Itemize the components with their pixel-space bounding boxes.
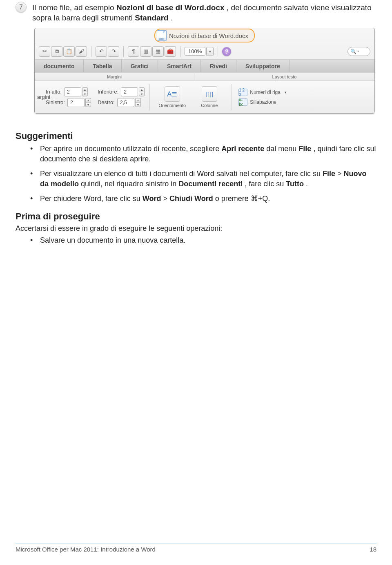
stepper[interactable]: ▲▼: [85, 98, 91, 107]
label: In alto:: [46, 89, 62, 95]
group-label-margini: Margini: [35, 73, 194, 80]
separator: [218, 46, 218, 57]
page-number: 18: [370, 546, 376, 553]
redo-icon[interactable]: ↷: [108, 46, 119, 57]
margin-top-input[interactable]: 2: [64, 87, 81, 96]
text: dal menu: [266, 145, 298, 153]
text: .: [306, 180, 308, 188]
stepper[interactable]: ▲▼: [135, 98, 141, 107]
orientation-icon: A≣: [165, 86, 180, 102]
margin-left-field: Sinistro: 2 ▲▼: [46, 98, 91, 107]
tab-rivedi[interactable]: Rivedi: [201, 60, 236, 72]
zoom-control[interactable]: 100% ▾: [185, 47, 214, 56]
margin-left-input[interactable]: 2: [67, 98, 85, 107]
document-icon: [157, 30, 167, 41]
tips-heading: Suggerimenti: [16, 131, 376, 141]
undo-icon[interactable]: ↶: [96, 46, 107, 57]
standard-toolbar: ✂ ⧉ 📋 🖌 ↶ ↷ ¶ ▥ ▦ 🧰 100% ▾ ? 🔍▾: [35, 43, 374, 59]
chevron-down-icon[interactable]: ▼: [82, 92, 88, 96]
scissors-icon[interactable]: ✂: [39, 46, 50, 57]
columns-button[interactable]: ▯▯ Colonne: [192, 86, 227, 108]
separator: [91, 46, 91, 57]
text: Per aprire un documento utilizzato di re…: [40, 145, 221, 153]
filename-bold: Nozioni di base di Word.docx: [116, 3, 225, 12]
chevron-down-icon[interactable]: ▾: [283, 90, 289, 94]
chevron-down-icon: ▾: [357, 49, 359, 53]
bold: Word: [143, 194, 161, 203]
text: quindi, nel riquadro sinistro in: [81, 180, 178, 188]
layout-options: 1 2 3 Numeri di riga ▾ a- bc Sillabazion…: [238, 89, 289, 106]
group-label-layout: Layout testo: [194, 73, 374, 80]
copy-icon[interactable]: ⧉: [51, 46, 62, 57]
toolbox-icon[interactable]: 🧰: [165, 46, 176, 57]
tip-item: Per aprire un documento utilizzato di re…: [40, 144, 376, 164]
tab-smartart[interactable]: SmartArt: [158, 60, 201, 72]
margin-right-input[interactable]: 2,5: [117, 98, 134, 107]
chevron-down-icon[interactable]: ▾: [206, 47, 214, 56]
label: Numeri di riga: [250, 89, 281, 95]
window-titlebar: Nozioni di base di Word.docx: [35, 28, 374, 43]
gallery-icon[interactable]: ▦: [152, 46, 164, 57]
separator: [123, 46, 124, 57]
before-continue-heading: Prima di proseguire: [16, 211, 376, 222]
line-numbers-icon: 1 2 3: [238, 89, 247, 96]
ribbon-group-labels: Margini Layout testo: [35, 72, 374, 80]
margin-right-field: Destro: 2,5 ▲▼: [98, 98, 145, 107]
label: Orientamento: [158, 103, 186, 108]
ribbon-screenshot: Nozioni di base di Word.docx ✂ ⧉ 📋 🖌 ↶ ↷…: [34, 28, 375, 114]
tip-item: Per visualizzare un elenco di tutti i do…: [40, 169, 376, 189]
pilcrow-icon[interactable]: ¶: [128, 46, 139, 57]
text: Il nome file, ad esempio: [32, 3, 116, 12]
help-icon[interactable]: ?: [222, 47, 231, 56]
hyphenation-icon: a- bc: [238, 98, 247, 106]
sidebar-icon[interactable]: ▥: [140, 46, 151, 57]
separator: [180, 46, 180, 57]
hyphenation-option[interactable]: a- bc Sillabazione: [238, 98, 289, 106]
text: >: [163, 194, 169, 203]
stepper[interactable]: ▲▼: [139, 87, 145, 96]
footer-title: Microsoft Office per Mac 2011: Introduzi…: [16, 546, 156, 553]
label: Sinistro:: [46, 99, 65, 105]
text: .: [171, 13, 173, 22]
tips-list: Per aprire un documento utilizzato di re…: [16, 144, 376, 203]
format-painter-icon[interactable]: 🖌: [76, 46, 87, 57]
before-continue-list: Salvare un documento in una nuova cartel…: [16, 235, 376, 245]
margin-bottom-field: Inferiore: 2 ▲▼: [98, 87, 145, 96]
toolbar-group-clipboard: ✂ ⧉ 📋 🖌: [39, 46, 87, 57]
text: , fare clic su: [245, 180, 286, 188]
chevron-down-icon[interactable]: ▼: [139, 92, 145, 96]
tab-grafici[interactable]: Grafici: [122, 60, 158, 72]
tab-documento[interactable]: documento: [35, 60, 84, 72]
label: Inferiore:: [98, 89, 118, 95]
chevron-up-icon[interactable]: ▲: [85, 98, 91, 103]
bold: File: [323, 170, 335, 178]
label: Colonne: [201, 103, 218, 108]
toolbar-group-history: ↶ ↷: [96, 46, 119, 57]
chevron-down-icon[interactable]: ▼: [135, 103, 141, 107]
stepper[interactable]: ▲▼: [82, 87, 88, 96]
bold: Chiudi Word: [169, 194, 213, 203]
zoom-value[interactable]: 100%: [185, 47, 205, 56]
chevron-up-icon[interactable]: ▲: [82, 87, 88, 92]
search-input[interactable]: 🔍▾: [347, 47, 370, 56]
step-7: 7 Il nome file, ad esempio Nozioni di ba…: [16, 2, 376, 23]
text: Per visualizzare un elenco di tutti i do…: [40, 170, 323, 178]
chevron-down-icon[interactable]: ▼: [85, 103, 91, 107]
window-title: Nozioni di base di Word.docx: [169, 32, 248, 39]
side-tab-margini[interactable]: argini: [37, 94, 43, 100]
bold: File: [298, 145, 311, 153]
line-numbers-option[interactable]: 1 2 3 Numeri di riga ▾: [238, 89, 289, 96]
ribbon-content-row: argini In alto: 2 ▲▼ Sinistro: 2 ▲▼: [35, 80, 374, 113]
tab-tabella[interactable]: Tabella: [84, 60, 121, 72]
tab-sviluppatore[interactable]: Sviluppatore: [236, 60, 290, 72]
chevron-up-icon[interactable]: ▲: [139, 87, 145, 92]
bold: Documenti recenti: [178, 180, 243, 188]
tip-item: Per chiudere Word, fare clic su Word > C…: [40, 194, 376, 203]
orientation-button[interactable]: A≣ Orientamento: [155, 86, 189, 108]
margin-bottom-input[interactable]: 2: [121, 87, 138, 96]
search-icon: 🔍: [350, 49, 356, 54]
ribbon-tabs: documento Tabella Grafici SmartArt Rived…: [35, 59, 374, 72]
paste-icon[interactable]: 📋: [63, 46, 75, 57]
chevron-up-icon[interactable]: ▲: [135, 98, 141, 103]
title-highlight: Nozioni di base di Word.docx: [154, 29, 255, 42]
